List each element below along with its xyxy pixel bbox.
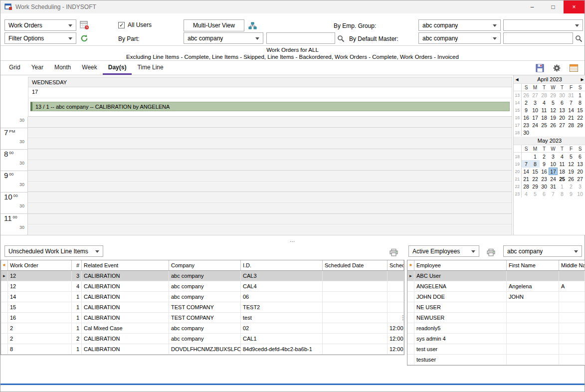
time-slot[interactable] bbox=[28, 117, 512, 128]
calendar-day[interactable]: 3 bbox=[549, 153, 558, 160]
calendar-day[interactable]: 21 bbox=[567, 114, 576, 121]
column-header-col2[interactable]: # bbox=[72, 260, 82, 270]
calendar-day[interactable]: 31 bbox=[567, 91, 576, 99]
horizontal-splitter[interactable]: … bbox=[0, 235, 585, 244]
table-row[interactable]: test user bbox=[407, 344, 585, 355]
multi-user-view-button[interactable]: Multi-User View bbox=[184, 19, 244, 31]
calendar-day[interactable]: 3 bbox=[531, 99, 540, 106]
calendar-day[interactable]: 6 bbox=[540, 190, 549, 197]
table-row[interactable]: 151CALIBRATIONTEST COMPANYTEST2 bbox=[1, 302, 404, 313]
emp-group-select[interactable]: abc company bbox=[418, 19, 501, 31]
part-search-icon[interactable] bbox=[336, 33, 346, 43]
close-button[interactable]: × bbox=[564, 0, 585, 13]
calendar-day[interactable]: 10 bbox=[576, 190, 585, 197]
calendar-day[interactable]: 7 bbox=[522, 160, 531, 168]
all-day-area[interactable]: 13 / 1 -- abc company -- CALIBRATION by … bbox=[28, 98, 512, 117]
minimize-button[interactable]: – bbox=[522, 0, 543, 13]
master-search-icon[interactable] bbox=[574, 33, 584, 43]
calendar-day[interactable]: 26 bbox=[549, 121, 558, 129]
tab-year[interactable]: Year bbox=[26, 61, 49, 75]
calendar-day[interactable]: 17 bbox=[531, 114, 540, 121]
calendar-day[interactable]: 24 bbox=[531, 121, 540, 129]
calendar-day[interactable]: 1 bbox=[558, 183, 567, 190]
column-header-scheduled-date[interactable]: Scheduled Date bbox=[323, 260, 388, 270]
calendar-day[interactable]: 12 bbox=[549, 106, 558, 114]
table-row[interactable]: sys admin 4 bbox=[407, 334, 585, 344]
calendar-day[interactable]: 9 bbox=[540, 160, 549, 168]
calendar-day[interactable]: 28 bbox=[522, 183, 531, 190]
calendar-options-icon[interactable] bbox=[568, 62, 580, 74]
tab-week[interactable]: Week bbox=[76, 61, 102, 75]
calendar-day[interactable]: 13 bbox=[558, 106, 567, 114]
calendar-day[interactable]: 27 bbox=[576, 175, 585, 183]
line-items-filter-select[interactable]: Unscheduled Work Line Items bbox=[4, 245, 103, 257]
calendar-day[interactable]: 17 bbox=[549, 168, 558, 175]
column-header-schec[interactable]: Schec bbox=[388, 260, 404, 270]
calendar-day[interactable]: 23 bbox=[540, 175, 549, 183]
calendar-day[interactable]: 25 bbox=[558, 175, 567, 183]
table-row[interactable]: JOHN DOEJOHN bbox=[407, 292, 585, 302]
all-users-checkbox[interactable]: ✓ All Users bbox=[118, 21, 152, 28]
column-header-employee[interactable]: Employee bbox=[414, 260, 507, 270]
tab-month[interactable]: Month bbox=[49, 61, 76, 75]
tab-grid[interactable]: Grid bbox=[3, 61, 26, 75]
vertical-splitter[interactable]: ⋮ bbox=[400, 306, 405, 330]
calendar-day[interactable]: 18 bbox=[540, 114, 549, 121]
calendar-next-icon[interactable]: ▶ bbox=[579, 77, 585, 82]
calendar-day[interactable]: 5 bbox=[549, 99, 558, 106]
tab-time-line[interactable]: Time Line bbox=[132, 61, 169, 75]
calendar-day[interactable]: 5 bbox=[567, 153, 576, 160]
employee-company-select[interactable]: abc company bbox=[503, 245, 582, 257]
calendar-day[interactable]: 11 bbox=[558, 160, 567, 168]
calendar-day[interactable]: 13 bbox=[576, 160, 585, 168]
emp-group-extra-select[interactable] bbox=[503, 19, 583, 31]
calendar-day[interactable]: 27 bbox=[531, 91, 540, 99]
calendar-day[interactable]: 19 bbox=[567, 168, 576, 175]
column-header-indicator[interactable]: * bbox=[407, 260, 414, 270]
part-search-input[interactable] bbox=[266, 32, 335, 44]
time-slot[interactable] bbox=[28, 138, 512, 149]
calendar-day[interactable]: 22 bbox=[576, 114, 585, 121]
master-search-input[interactable] bbox=[503, 32, 573, 44]
time-slot[interactable] bbox=[28, 149, 512, 160]
calendar-day[interactable]: 21 bbox=[522, 175, 531, 183]
calendar-day[interactable]: 2 bbox=[522, 99, 531, 106]
table-row[interactable]: 124CALIBRATIONabc companyCAL4 bbox=[1, 281, 404, 292]
org-chart-icon[interactable] bbox=[246, 20, 258, 32]
calendar-day[interactable]: 15 bbox=[576, 106, 585, 114]
calendar-day[interactable]: 7 bbox=[549, 190, 558, 197]
calendar-day[interactable]: 3 bbox=[576, 183, 585, 190]
calendar-day[interactable]: 25 bbox=[540, 121, 549, 129]
calendar-day[interactable]: 4 bbox=[558, 153, 567, 160]
calendar-day[interactable]: 20 bbox=[576, 168, 585, 175]
calendar-day[interactable]: 8 bbox=[558, 190, 567, 197]
calendar-day[interactable]: 28 bbox=[540, 91, 549, 99]
calendar-day[interactable]: 29 bbox=[531, 183, 540, 190]
calendar-day[interactable]: 10 bbox=[549, 160, 558, 168]
column-header-indicator[interactable]: * bbox=[1, 260, 8, 270]
calendar-day[interactable]: 24 bbox=[549, 175, 558, 183]
calendar-day[interactable]: 30 bbox=[540, 183, 549, 190]
table-row[interactable]: 22CALIBRATIONabc companyCAL112:00:0 bbox=[1, 334, 404, 344]
table-row[interactable]: 161CALIBRATIONTEST COMPANYtest bbox=[1, 313, 404, 323]
calendar-day[interactable]: 14 bbox=[522, 168, 531, 175]
calendar-day[interactable]: 5 bbox=[531, 190, 540, 197]
save-layout-icon[interactable] bbox=[534, 62, 546, 74]
event-bar[interactable]: 13 / 1 -- abc company -- CALIBRATION by … bbox=[30, 102, 510, 111]
calendar-day[interactable]: 10 bbox=[531, 106, 540, 114]
table-row[interactable]: NEWUSER bbox=[407, 313, 585, 323]
time-slot[interactable] bbox=[28, 171, 512, 182]
calendar-day[interactable]: 4 bbox=[522, 190, 531, 197]
column-header-related-event[interactable]: Related Event bbox=[82, 260, 169, 270]
calendar-day[interactable]: 1 bbox=[531, 153, 540, 160]
time-slot[interactable] bbox=[28, 224, 512, 235]
column-header-work-order[interactable]: Work Order bbox=[8, 260, 72, 270]
calendar-day[interactable]: 4 bbox=[540, 99, 549, 106]
calendar-day[interactable]: 1 bbox=[576, 91, 585, 99]
calendar-day[interactable]: 14 bbox=[567, 106, 576, 114]
calendar-day[interactable]: 30 bbox=[558, 91, 567, 99]
calendar-day[interactable]: 22 bbox=[531, 175, 540, 183]
column-header-first-name[interactable]: First Name bbox=[507, 260, 559, 270]
calendar-day[interactable]: 19 bbox=[549, 114, 558, 121]
tab-day-s[interactable]: Day(s) bbox=[103, 61, 132, 75]
